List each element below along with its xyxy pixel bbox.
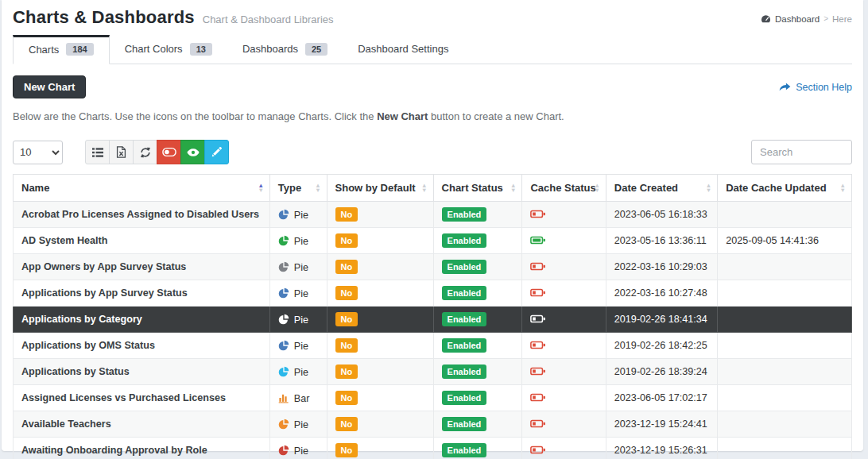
date-cache-updated-cell — [718, 307, 852, 333]
chart-name-cell: Acrobat Pro Licenses Assigned to Disable… — [14, 202, 270, 228]
table-row[interactable]: Applications by OMS Status Pie No Enable… — [14, 333, 852, 359]
tab-charts[interactable]: Charts 184 — [13, 35, 110, 64]
sort-indicator: ▲▼ — [706, 183, 711, 193]
tab-chart-colors[interactable]: Chart Colors 13 — [110, 35, 227, 64]
chart-name-cell: Applications by OMS Status — [14, 333, 270, 359]
chart-type-cell: Bar — [269, 385, 327, 411]
table-row[interactable]: Acrobat Pro Licenses Assigned to Disable… — [14, 202, 852, 228]
cache-status-cell — [522, 333, 606, 359]
date-cache-updated-cell: 2025-09-05 14:41:36 — [718, 228, 852, 254]
tab-dashboards-count-badge: 25 — [305, 43, 327, 56]
chart-type-cell: Pie — [269, 359, 327, 385]
chart-status-cell: Enabled — [433, 411, 522, 438]
preview-button[interactable] — [180, 140, 205, 164]
show-by-default-cell: No — [327, 411, 433, 438]
help-arrow-icon — [779, 83, 791, 92]
tab-dashboard-settings[interactable]: Dashboard Settings — [343, 35, 463, 64]
edit-button[interactable] — [204, 140, 229, 164]
chart-name-cell: Applications by Status — [14, 359, 270, 385]
chart-status-cell: Enabled — [433, 228, 522, 254]
chart-name-cell: Awaiting Onboarding Approval by Role — [14, 438, 270, 459]
show-by-default-cell: No — [327, 202, 433, 228]
table-row[interactable]: AD System Health Pie No Enabled 2023-05-… — [14, 228, 852, 254]
table-row-selected[interactable]: Applications by Category Pie No Enabled … — [14, 307, 852, 333]
date-cache-updated-cell — [718, 202, 852, 228]
date-created-cell: 2022-03-16 10:27:48 — [606, 280, 717, 307]
column-header-show-by-default[interactable]: Show by Default▲▼ — [327, 175, 433, 202]
table-row[interactable]: Awaiting Onboarding Approval by Role Pie… — [14, 438, 852, 459]
page-header: Charts & Dashboards Chart & Dashboard Li… — [2, 0, 863, 64]
table-row[interactable]: Applications by App Survey Status Pie No… — [14, 280, 852, 307]
status-badge: No — [335, 312, 358, 326]
export-excel-button[interactable] — [109, 140, 134, 164]
date-created-cell: 2019-02-26 18:41:34 — [606, 307, 717, 333]
status-badge: No — [335, 391, 358, 405]
table-row[interactable]: App Owners by App Survey Status Pie No E… — [14, 254, 852, 280]
cache-status-cell — [522, 202, 606, 228]
status-badge: Enabled — [442, 286, 487, 300]
tab-dashboards[interactable]: Dashboards 25 — [227, 35, 343, 64]
battery-icon — [530, 418, 546, 429]
status-badge: Enabled — [442, 364, 487, 379]
sort-indicator: ▲▼ — [258, 183, 263, 193]
pie-chart-icon — [278, 235, 289, 246]
battery-icon — [530, 261, 546, 272]
pie-chart-icon — [278, 209, 289, 220]
status-badge: No — [335, 260, 358, 274]
section-help-link[interactable]: Section Help — [779, 82, 852, 93]
search-input[interactable] — [751, 140, 852, 164]
date-created-cell: 2023-12-19 15:24:41 — [606, 411, 717, 438]
chart-type-cell: Pie — [269, 202, 327, 228]
cache-status-cell — [522, 280, 606, 307]
pie-chart-icon — [278, 314, 289, 325]
section-description: Below are the Charts. Use the icons on t… — [13, 110, 852, 122]
table-row[interactable]: Assigned Licenses vs Purchased Licenses … — [14, 385, 852, 411]
status-badge: No — [335, 286, 358, 300]
date-created-cell: 2022-03-16 10:29:03 — [606, 254, 717, 280]
status-badge: Enabled — [442, 417, 487, 431]
status-badge: Enabled — [442, 391, 487, 405]
table-row[interactable]: Available Teachers Pie No Enabled 2023-1… — [14, 411, 852, 438]
column-header-date-cache-updated[interactable]: Date Cache Updated▲▼ — [718, 175, 852, 202]
chart-status-cell: Enabled — [433, 333, 522, 359]
sort-indicator: ▲▼ — [421, 183, 427, 193]
status-badge: No — [335, 207, 358, 222]
toggle-icon — [162, 147, 176, 157]
breadcrumb-home-label: Dashboard — [775, 14, 820, 24]
new-chart-button[interactable]: New Chart — [13, 75, 86, 98]
date-cache-updated-cell — [718, 333, 852, 359]
column-header-type[interactable]: Type▲▼ — [269, 175, 327, 202]
breadcrumb-dashboard-link[interactable]: Dashboard — [761, 14, 820, 24]
date-cache-updated-cell — [718, 359, 852, 385]
page-length-select[interactable]: 10 — [13, 141, 63, 164]
battery-icon — [530, 392, 546, 403]
pie-chart-icon — [278, 261, 289, 272]
column-header-cache-status[interactable]: Cache Status▲▼ — [522, 175, 606, 202]
refresh-button[interactable] — [133, 140, 157, 164]
chart-type-cell: Pie — [269, 333, 327, 359]
chart-status-cell: Enabled — [433, 202, 522, 228]
column-header-name[interactable]: Name▲▼ — [14, 175, 270, 202]
date-created-cell: 2023-05-16 13:36:11 — [606, 228, 717, 254]
show-by-default-cell: No — [327, 228, 433, 254]
status-badge: No — [335, 338, 358, 353]
table-toolbar: 10 — [13, 140, 852, 164]
column-header-date-created[interactable]: Date Created▲▼ — [606, 175, 717, 202]
table-row[interactable]: Applications by Status Pie No Enabled 20… — [14, 359, 852, 385]
show-by-default-cell: No — [327, 359, 433, 385]
show-by-default-cell: No — [327, 333, 433, 359]
chart-type-cell: Pie — [269, 438, 327, 459]
date-cache-updated-cell — [718, 438, 852, 459]
status-badge: Enabled — [442, 338, 487, 353]
bar-chart-icon — [278, 392, 289, 403]
column-header-chart-status[interactable]: Chart Status▲▼ — [433, 175, 522, 202]
chart-status-cell: Enabled — [433, 359, 522, 385]
battery-icon — [530, 209, 546, 219]
show-by-default-cell: No — [327, 385, 433, 411]
page-title: Charts & Dashboards — [13, 7, 195, 28]
date-cache-updated-cell — [718, 385, 852, 411]
breadcrumb-separator: > — [823, 14, 828, 23]
toggle-status-button[interactable] — [157, 140, 181, 164]
show-by-default-cell: No — [327, 280, 433, 307]
list-view-button[interactable] — [85, 140, 110, 164]
